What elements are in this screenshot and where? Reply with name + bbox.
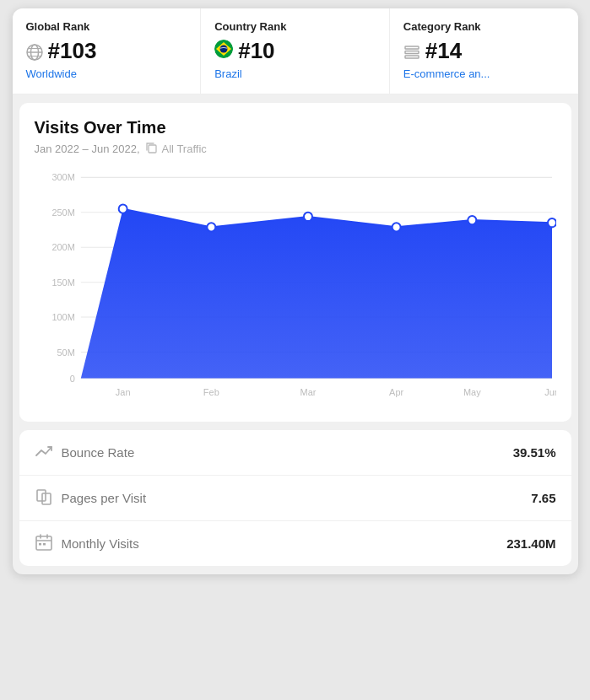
svg-text:Feb: Feb — [203, 387, 219, 397]
copy-icon — [144, 141, 158, 157]
monthly-visits-label: Monthly Visits — [62, 536, 139, 551]
svg-text:100M: 100M — [51, 312, 74, 322]
svg-rect-39 — [37, 490, 46, 501]
bounce-rate-value: 39.51% — [513, 445, 556, 460]
global-rank-number: #103 — [26, 38, 187, 64]
globe-icon — [26, 38, 43, 64]
svg-text:Apr: Apr — [389, 387, 403, 397]
svg-rect-11 — [149, 145, 156, 153]
bounce-rate-row: Bounce Rate 39.51% — [19, 430, 571, 476]
svg-text:Jun: Jun — [544, 387, 556, 397]
brazil-flag-icon — [214, 38, 233, 64]
svg-text:0: 0 — [69, 374, 74, 384]
visits-chart: 300M 250M 200M 150M 100M 50M 0 — [35, 169, 556, 413]
svg-point-29 — [303, 213, 311, 221]
svg-text:50M: 50M — [57, 347, 74, 357]
svg-rect-40 — [42, 493, 51, 504]
rank-row: Global Rank #103 Worldwide Country Rank — [13, 8, 578, 94]
visits-title: Visits Over Time — [35, 118, 556, 137]
global-rank-sub[interactable]: Worldwide — [26, 67, 187, 80]
svg-text:250M: 250M — [51, 207, 74, 218]
svg-text:Mar: Mar — [300, 387, 316, 397]
svg-rect-8 — [405, 46, 419, 49]
monthly-visits-row: Monthly Visits 231.40M — [19, 521, 571, 566]
svg-text:300M: 300M — [51, 172, 74, 182]
monthly-visits-icon — [35, 533, 53, 554]
category-rank-label: Category Rank — [403, 20, 565, 33]
visits-section: Visits Over Time Jan 2022 – Jun 2022, Al… — [19, 103, 571, 422]
bounce-rate-icon — [35, 442, 53, 463]
country-rank-card: Country Rank #10 Brazil — [201, 8, 390, 94]
svg-text:200M: 200M — [51, 242, 74, 252]
global-rank-card: Global Rank #103 Worldwide — [13, 8, 202, 94]
date-range-text: Jan 2022 – Jun 2022, — [35, 143, 140, 155]
all-traffic-label: All Traffic — [162, 143, 207, 155]
bounce-rate-label: Bounce Rate — [62, 445, 135, 460]
country-rank-number: #10 — [214, 38, 376, 64]
country-rank-label: Country Rank — [214, 20, 376, 33]
visits-subtitle: Jan 2022 – Jun 2022, All Traffic — [35, 141, 556, 157]
svg-rect-45 — [39, 543, 41, 546]
svg-rect-9 — [405, 51, 419, 54]
pages-per-visit-icon — [35, 487, 53, 509]
category-icon — [403, 38, 420, 64]
country-rank-sub[interactable]: Brazil — [214, 67, 376, 80]
category-rank-card: Category Rank #14 E-commerce an... — [390, 8, 578, 94]
category-rank-number: #14 — [403, 38, 565, 64]
svg-point-27 — [118, 204, 127, 213]
svg-rect-10 — [405, 56, 419, 58]
pages-per-visit-value: 7.65 — [531, 491, 555, 505]
svg-rect-46 — [43, 543, 46, 546]
pages-per-visit-row: Pages per Visit 7.65 — [19, 476, 571, 521]
svg-point-30 — [392, 223, 400, 231]
category-rank-sub[interactable]: E-commerce an... — [403, 67, 565, 80]
svg-text:May: May — [463, 387, 480, 397]
global-rank-label: Global Rank — [26, 20, 187, 33]
svg-text:Jan: Jan — [115, 387, 130, 397]
main-card: Global Rank #103 Worldwide Country Rank — [13, 8, 578, 574]
svg-point-32 — [548, 218, 556, 227]
svg-point-31 — [468, 216, 476, 224]
svg-text:150M: 150M — [51, 277, 74, 288]
svg-marker-26 — [80, 209, 551, 379]
svg-point-7 — [220, 46, 228, 53]
pages-per-visit-label: Pages per Visit — [62, 491, 147, 505]
svg-point-28 — [207, 223, 215, 231]
monthly-visits-value: 231.40M — [506, 536, 555, 551]
stats-section: Bounce Rate 39.51% Pages per Visit 7.65 — [19, 430, 571, 566]
